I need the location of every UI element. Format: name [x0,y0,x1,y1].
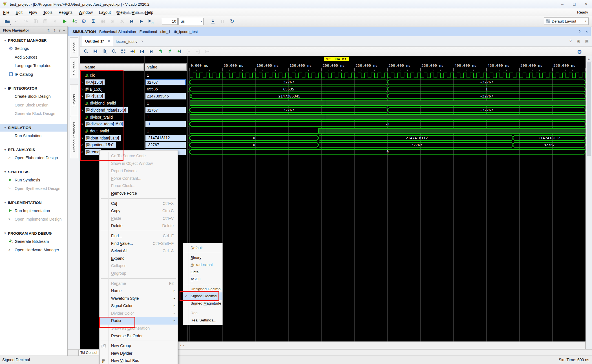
cut-button[interactable] [117,17,127,26]
menu-item-remove-force[interactable]: Remove Force [100,190,178,197]
menu-item-name[interactable]: Name▸ [100,287,178,295]
menu-item-ascii[interactable]: ASCII [183,276,222,283]
signal-value-cell[interactable]: 1 [145,114,186,120]
menu-item-expand[interactable]: Expand [100,255,178,262]
menu-item-copy[interactable]: CopyCtrl+C [100,207,178,215]
maximize-panel-icon[interactable]: ▤ [585,39,589,43]
expand-chevron-icon[interactable]: > [81,122,85,126]
menu-edit[interactable]: Edit [13,8,26,16]
zoom-out-button[interactable] [109,48,119,56]
signal-row-quotient-15-0-[interactable]: >quotient[15:0] [80,141,144,148]
run-button[interactable]: ▾ [60,17,69,26]
tab-untitled-1-[interactable]: Untitled 1*× [82,36,113,46]
minimize-icon[interactable]: – [556,0,568,8]
signal-row-dividend-tvalid[interactable]: dividend_tvalid [80,100,144,107]
menu-item-cut[interactable]: CutCtrl+X [100,200,178,207]
flow-item-generate-bitstream[interactable]: 0110Generate Bitstream [0,237,67,246]
open-recent-button[interactable]: ▾ [2,17,12,26]
redo-button[interactable]: ↷ [21,17,31,26]
flow-item-open-synthesized-design[interactable]: >Open Synthesized Design [0,184,67,193]
expand-chevron-icon[interactable]: > [81,143,85,147]
zoom-to-cursor-button[interactable] [128,48,137,56]
menu-item-find-value-[interactable]: Find Value...Ctrl+Shift+F [100,240,178,247]
expand-chevron-icon[interactable]: > [81,150,85,154]
flow-section-title[interactable]: ∨IMPLEMENTATION [0,199,67,207]
menu-item-hexadecimal[interactable]: Hexadecimal [183,261,222,268]
maximize-icon[interactable]: □ [568,0,580,8]
restart-simulation-button[interactable] [127,17,136,26]
previous-transition-button[interactable] [137,48,147,56]
zoom-fit-button[interactable] [119,48,128,56]
flow-item-language-templates[interactable]: Language Templates [0,61,67,70]
relaunch-simulation-button[interactable]: ↻ [227,17,237,26]
flow-item-open-implemented-design[interactable]: >Open Implemented Design [0,215,67,224]
copy-button[interactable] [31,17,41,26]
menu-item-default[interactable]: Default [183,244,222,252]
vertical-scrollbar[interactable]: ∧ [586,56,592,349]
run-all-button[interactable] [136,17,146,26]
flow-section-title[interactable]: ∨RTL ANALYSIS [0,146,67,154]
flow-item-add-sources[interactable]: Add Sources [0,53,67,62]
signal-row-divisor-tvalid[interactable]: divisor_tvalid [80,114,144,121]
signal-value-cell[interactable]: 65535 [145,86,186,92]
expand-chevron-icon[interactable]: > [81,94,85,98]
menu-item-radix[interactable]: Radix▸ [100,317,178,325]
menu-item-signed-magnitude[interactable]: Signed Magnitude [183,300,222,307]
side-tab-sources[interactable]: Sources [70,58,78,78]
menu-item-collapse[interactable]: Collapse [100,262,178,270]
snap-left-button[interactable] [184,48,193,56]
signal-value-cell[interactable]: -32767 [145,142,186,148]
menu-item-paste[interactable]: PasteCtrl+V [100,215,178,222]
chevron-right-icon[interactable]: > [8,217,10,221]
save-waveform-button[interactable] [91,48,100,56]
menu-item-waveform-style[interactable]: Waveform Style▸ [100,295,178,302]
signal-row-dout-tdata-31-0-[interactable]: >dout_tdata[31:0] [80,134,144,141]
menu-item-signed-decimal[interactable]: ✓Signed Decimal [183,292,222,300]
signal-row-clk[interactable]: clk [80,72,144,79]
chevron-right-icon[interactable]: > [8,187,10,190]
signal-row-B-15-0-[interactable]: >B[15:0] [80,86,144,93]
menu-item-ungroup[interactable]: Ungroup [100,270,178,277]
signal-value-cell[interactable]: 32767 [145,107,186,114]
chevron-right-icon[interactable]: > [8,156,10,160]
undo-button[interactable]: ↶ [12,17,21,26]
signal-value-cell[interactable]: 2147385345 [145,93,186,99]
scroll-left-icon[interactable]: ‹ [183,343,184,347]
flow-section-title[interactable]: ∨PROJECT MANAGER [0,37,67,44]
signal-row-P-31-0-[interactable]: >P[31:0] [80,93,144,100]
side-tab-scope[interactable]: Scope [70,37,78,58]
flow-item-run-simulation[interactable]: Run Simulation [0,132,67,140]
menu-item-delete[interactable]: DeleteDelete [100,222,178,230]
menu-item-force-constant-[interactable]: Force Constant... [100,175,178,182]
side-tab-protocol-instances[interactable]: Protocol Instances [70,116,78,158]
next-marker-button[interactable]: ↱ [165,48,174,56]
next-transition-button[interactable] [147,48,156,56]
delete-button[interactable]: × [50,17,60,26]
help-icon[interactable]: ? [569,39,571,43]
signal-value-cell[interactable]: 32767 [145,79,186,86]
menu-flow[interactable]: Flow [26,8,40,16]
menu-item-binary[interactable]: Binary [183,254,222,261]
chevron-right-icon[interactable]: > [8,248,10,252]
menu-item-new-virtual-bus[interactable]: New Virtual Bus [100,357,178,364]
tab-tcl-console[interactable]: Tcl Consol [78,350,99,356]
expand-chevron-icon[interactable]: > [81,81,85,84]
signal-value-cell[interactable]: 1 [145,72,186,79]
menu-item-find-[interactable]: Find...Ctrl+F [100,232,178,240]
help-icon[interactable]: ? [578,30,580,34]
collapse-all-icon[interactable]: ⇅ [47,28,50,32]
menu-item-go-to-source-code[interactable]: Go To Source Code [100,152,178,160]
menu-window[interactable]: Window [76,8,96,16]
column-header-value[interactable]: Value [145,63,187,71]
menu-layout[interactable]: Layout [96,8,114,16]
menu-item-new-divider[interactable]: New Divider [100,350,178,357]
signal-value-cell[interactable]: -1 [145,121,186,127]
flow-section-title[interactable]: ∨PROGRAM AND DEBUG [0,230,67,237]
menu-item-rename[interactable]: RenameF2 [100,280,178,287]
menu-reports[interactable]: Reports [56,8,76,16]
signal-row-divisor-tdata-15-0-[interactable]: >divisor_tdata[15:0] [80,121,144,128]
signal-row-A-15-0-[interactable]: >A[15:0] [80,79,144,86]
signal-row-dividend-tdata-15-0-[interactable]: >dividend_tdata[15:0] [80,107,144,114]
flow-item-run-synthesis[interactable]: Run Synthesis [0,176,67,185]
menu-item-divider-color[interactable]: Divider Color▸ [100,310,178,317]
